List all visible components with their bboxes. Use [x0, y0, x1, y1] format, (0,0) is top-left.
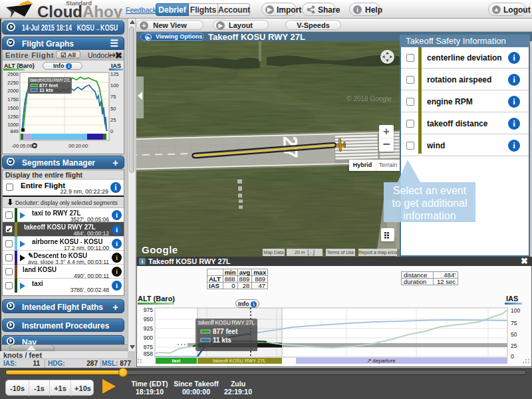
svg-text:2250: 2250: [7, 80, 19, 86]
svg-text:0: 0: [511, 353, 514, 360]
svg-text:© 2018 Google: © 2018 Google: [346, 95, 392, 102]
svg-text:925: 925: [144, 325, 153, 332]
svg-text:125: 125: [110, 71, 119, 77]
svg-text:11 kts: 11 kts: [39, 87, 53, 93]
svg-text:11 kts: 11 kts: [213, 336, 231, 344]
svg-text:50: 50: [511, 331, 517, 338]
svg-text:takeoff KOSU RWY 27L: takeoff KOSU RWY 27L: [213, 358, 266, 364]
svg-text:takeoff KOSU RWY 27L: takeoff KOSU RWY 27L: [198, 319, 255, 326]
svg-text:877 feet: 877 feet: [213, 328, 238, 335]
svg-text:50: 50: [110, 106, 116, 112]
svg-text:1250: 1250: [7, 114, 19, 120]
svg-text:1750: 1750: [7, 96, 19, 102]
svg-text:-00:05:06: -00:05:06: [11, 143, 33, 149]
svg-text:25: 25: [110, 117, 116, 123]
svg-text:75: 75: [110, 94, 116, 100]
svg-text:1500: 1500: [7, 105, 19, 111]
svg-text:0: 0: [110, 128, 113, 134]
svg-text:100: 100: [511, 307, 520, 314]
svg-text:75: 75: [511, 320, 517, 327]
svg-text:00:10:00: 00:10:00: [68, 143, 88, 149]
svg-text:975: 975: [144, 307, 153, 313]
svg-text:858: 858: [144, 350, 153, 357]
svg-text:takeoff KOSU RWY 27L: takeoff KOSU RWY 27L: [30, 78, 70, 82]
svg-text:25: 25: [511, 342, 517, 349]
svg-text:2500: 2500: [7, 71, 19, 77]
svg-text:950: 950: [144, 316, 153, 323]
svg-text:↗ departure: ↗ departure: [366, 358, 396, 364]
svg-text:900: 900: [144, 334, 153, 341]
svg-text:2000: 2000: [7, 88, 19, 94]
svg-text:875: 875: [144, 344, 153, 350]
svg-text:taxi: taxi: [172, 358, 181, 364]
svg-text:1000: 1000: [7, 122, 19, 128]
svg-text:849: 849: [10, 128, 19, 134]
svg-text:100: 100: [110, 82, 119, 88]
